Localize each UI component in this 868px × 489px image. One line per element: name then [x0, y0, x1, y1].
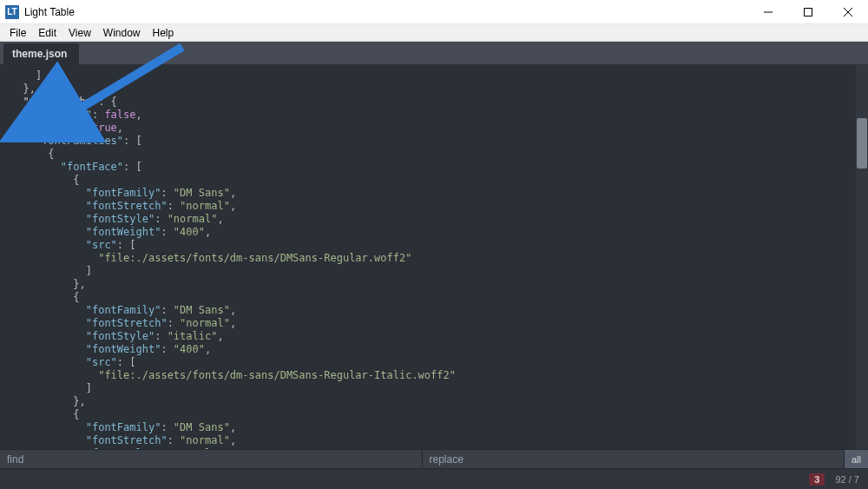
app-icon: LT: [5, 5, 19, 19]
vertical-scrollbar[interactable]: [856, 64, 868, 449]
close-button[interactable]: [828, 0, 868, 24]
menu-item-help[interactable]: Help: [147, 25, 181, 41]
code-editor[interactable]: ] }, "typography": { "dropCap": false, "…: [0, 64, 856, 449]
window-title: Light Table: [24, 6, 75, 18]
app-area: theme.json ] }, "typography": { "dropCap…: [0, 42, 868, 489]
code-content: ] }, "typography": { "dropCap": false, "…: [10, 69, 856, 449]
minimize-button[interactable]: [748, 0, 788, 24]
replace-input[interactable]: [430, 453, 838, 466]
error-count-badge[interactable]: 3: [809, 473, 825, 486]
replace-all-label: all: [852, 454, 861, 465]
close-icon: [844, 8, 852, 17]
find-input[interactable]: [7, 453, 415, 466]
cursor-position: 92 / 7: [835, 474, 859, 485]
window-titlebar: LT Light Table: [0, 0, 868, 24]
minimize-icon: [764, 8, 773, 17]
window-controls: [748, 0, 868, 24]
maximize-icon: [804, 8, 812, 17]
menu-item-view[interactable]: View: [62, 25, 97, 41]
menu-item-window[interactable]: Window: [97, 25, 147, 41]
tab-theme-json[interactable]: theme.json: [3, 43, 79, 64]
tabbar: theme.json: [0, 42, 868, 64]
statusbar: 3 92 / 7: [0, 468, 868, 489]
menubar: FileEditViewWindowHelp: [0, 24, 868, 42]
svg-rect-1: [805, 8, 812, 16]
menu-item-file[interactable]: File: [3, 25, 32, 41]
scrollbar-thumb[interactable]: [857, 118, 867, 169]
find-replace-bar: all: [0, 449, 868, 468]
replace-all-button[interactable]: all: [844, 450, 868, 468]
replace-field-wrap: [422, 450, 845, 468]
menu-item-edit[interactable]: Edit: [32, 25, 62, 41]
tab-label: theme.json: [12, 48, 67, 60]
editor-wrap: ] }, "typography": { "dropCap": false, "…: [0, 64, 868, 449]
find-field-wrap: [0, 450, 422, 468]
maximize-button[interactable]: [788, 0, 828, 24]
